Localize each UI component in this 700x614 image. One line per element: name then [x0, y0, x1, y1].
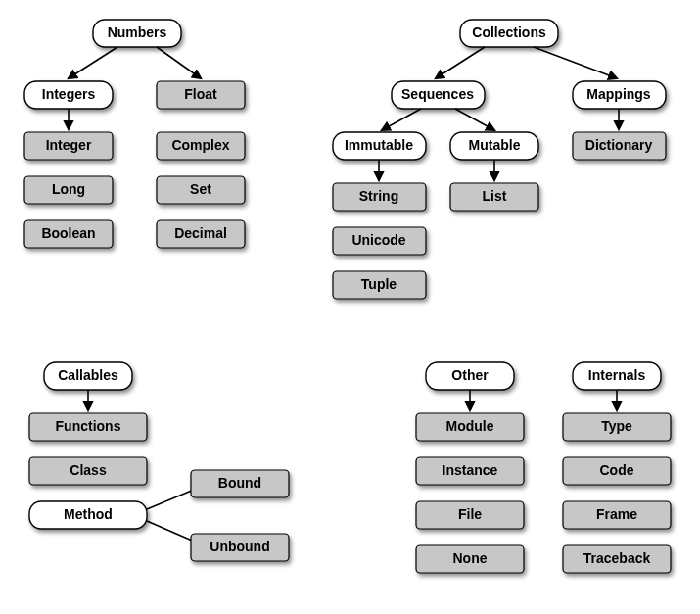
svg-rect-10	[24, 220, 113, 248]
svg-rect-58	[416, 545, 524, 573]
node-string: String	[333, 183, 426, 211]
svg-rect-32	[450, 183, 538, 211]
node-callables: Callables	[44, 362, 132, 390]
edge-collections-sequences	[436, 47, 485, 78]
svg-rect-24	[333, 132, 426, 160]
node-instance: Instance	[416, 457, 524, 485]
node-immutable: Immutable	[333, 132, 426, 160]
svg-rect-4	[157, 81, 245, 109]
svg-rect-56	[416, 501, 524, 529]
node-decimal: Decimal	[157, 220, 245, 248]
svg-rect-42	[29, 457, 147, 485]
node-mappings: Mappings	[573, 81, 666, 109]
node-collections: Collections	[460, 20, 558, 47]
svg-rect-40	[29, 413, 147, 441]
svg-rect-2	[24, 81, 113, 109]
svg-rect-34	[333, 227, 426, 255]
svg-rect-66	[563, 501, 671, 529]
node-numbers: Numbers	[93, 20, 181, 47]
edge-sequences-immutable	[382, 109, 421, 130]
node-internals: Internals	[573, 362, 661, 390]
svg-rect-0	[93, 20, 181, 47]
node-integers: Integers	[24, 81, 113, 109]
node-integer: Integer	[24, 132, 113, 160]
node-traceback: Traceback	[563, 545, 671, 573]
node-list: List	[450, 183, 538, 211]
node-module: Module	[416, 413, 524, 441]
edge-numbers-float	[157, 47, 201, 78]
node-type: Type	[563, 413, 671, 441]
svg-rect-20	[392, 81, 485, 109]
node-boolean: Boolean	[24, 220, 113, 248]
svg-rect-62	[563, 413, 671, 441]
svg-rect-46	[191, 470, 289, 497]
svg-rect-68	[563, 545, 671, 573]
svg-rect-12	[157, 132, 245, 160]
svg-rect-26	[450, 132, 538, 160]
node-tuple: Tuple	[333, 271, 426, 299]
node-bound: Bound	[191, 470, 289, 497]
svg-rect-50	[426, 362, 514, 390]
node-class: Class	[29, 457, 147, 485]
edge-numbers-integers	[69, 47, 117, 78]
node-set: Set	[157, 176, 245, 204]
node-frame: Frame	[563, 501, 671, 529]
svg-rect-38	[44, 362, 132, 390]
node-complex: Complex	[157, 132, 245, 160]
node-dictionary: Dictionary	[573, 132, 666, 160]
node-file: File	[416, 501, 524, 529]
svg-rect-30	[333, 183, 426, 211]
svg-rect-18	[460, 20, 558, 47]
svg-rect-44	[29, 501, 147, 529]
node-method: Method	[29, 501, 147, 529]
node-unbound: Unbound	[191, 534, 289, 561]
svg-rect-28	[573, 132, 666, 160]
node-mutable: Mutable	[450, 132, 538, 160]
svg-rect-64	[563, 457, 671, 485]
node-long: Long	[24, 176, 113, 204]
svg-rect-22	[573, 81, 666, 109]
svg-rect-6	[24, 132, 113, 160]
svg-rect-8	[24, 176, 113, 204]
node-float: Float	[157, 81, 245, 109]
node-other: Other	[426, 362, 514, 390]
node-unicode: Unicode	[333, 227, 426, 255]
type-hierarchy-diagram: Numbers Integers Float Integer Long Bool…	[0, 0, 700, 614]
svg-rect-14	[157, 176, 245, 204]
svg-rect-54	[416, 457, 524, 485]
svg-rect-48	[191, 534, 289, 561]
node-none: None	[416, 545, 524, 573]
svg-rect-60	[573, 362, 661, 390]
svg-rect-52	[416, 413, 524, 441]
node-sequences: Sequences	[392, 81, 485, 109]
svg-rect-16	[157, 220, 245, 248]
node-code: Code	[563, 457, 671, 485]
edge-collections-mappings	[534, 47, 617, 78]
node-functions: Functions	[29, 413, 147, 441]
edge-sequences-mutable	[455, 109, 494, 130]
svg-rect-36	[333, 271, 426, 299]
